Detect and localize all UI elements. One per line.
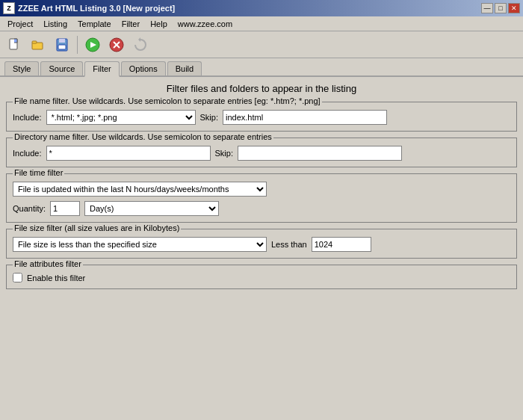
filename-include-label: Include: bbox=[13, 113, 42, 122]
attributes-enable-row: Enable this filter bbox=[13, 273, 510, 282]
app-icon: Z bbox=[3, 2, 15, 14]
toolbar bbox=[0, 31, 523, 58]
quantity-label: Quantity: bbox=[13, 204, 46, 213]
svg-rect-5 bbox=[58, 45, 66, 49]
window-title: ZZEE Art HTML Listing 3.0 [New project] bbox=[18, 4, 175, 13]
tab-filter[interactable]: Filter bbox=[84, 61, 119, 77]
svg-rect-4 bbox=[59, 39, 65, 43]
time-quantity-row: Quantity: Day(s) Hour(s) Week(s) Month(s… bbox=[13, 201, 510, 216]
tabs-container: Style Source Filter Options Build bbox=[0, 58, 523, 77]
size-filter-group: File size filter (all size values are in… bbox=[6, 229, 517, 259]
directory-filter-title: Directory name filter. Use wildcards. Us… bbox=[13, 132, 273, 141]
attributes-filter-group: File attributes filter Enable this filte… bbox=[6, 265, 517, 289]
time-filter-group: File time filter File is updated within … bbox=[6, 173, 517, 223]
filename-filter-title: File name filter. Use wildcards. Use sem… bbox=[13, 96, 322, 105]
directory-include-label: Include: bbox=[13, 149, 42, 158]
quantity-input[interactable] bbox=[50, 201, 80, 216]
menu-website[interactable]: www.zzee.com bbox=[173, 18, 237, 30]
minimize-button[interactable]: — bbox=[481, 3, 493, 13]
size-filter-title: File size filter (all size values are in… bbox=[13, 223, 181, 232]
main-content: Filter files and folders to appear in th… bbox=[0, 77, 523, 418]
directory-include-row: Include: Skip: bbox=[13, 146, 510, 161]
menu-filter[interactable]: Filter bbox=[117, 18, 144, 30]
stop-button[interactable] bbox=[105, 34, 128, 55]
tab-style[interactable]: Style bbox=[4, 61, 39, 75]
enable-filter-checkbox[interactable] bbox=[13, 273, 22, 282]
open-button[interactable] bbox=[27, 34, 49, 55]
attributes-filter-title: File attributes filter bbox=[13, 259, 83, 268]
toolbar-separator-1 bbox=[77, 36, 78, 54]
filename-include-row: Include: *.html; *.jpg; *.png *.htm; *.j… bbox=[13, 110, 510, 125]
filename-skip-input[interactable] bbox=[223, 110, 387, 125]
save-button[interactable] bbox=[51, 34, 73, 55]
time-filter-title: File time filter bbox=[13, 168, 64, 177]
svg-marker-11 bbox=[138, 37, 140, 42]
tab-source[interactable]: Source bbox=[40, 61, 83, 75]
menu-bar: Project Listing Template Filter Help www… bbox=[0, 16, 523, 31]
run-button[interactable] bbox=[81, 34, 104, 55]
close-button[interactable]: ✕ bbox=[508, 3, 520, 13]
directory-include-input[interactable] bbox=[46, 146, 211, 161]
time-filter-select[interactable]: File is updated within the last N hours/… bbox=[13, 182, 267, 197]
directory-skip-input[interactable] bbox=[238, 146, 402, 161]
directory-skip-label: Skip: bbox=[215, 149, 233, 158]
menu-template[interactable]: Template bbox=[73, 18, 116, 30]
size-filter-select[interactable]: File size is less than the specified siz… bbox=[13, 237, 267, 252]
tab-options[interactable]: Options bbox=[121, 61, 166, 75]
lessthan-label: Less than bbox=[271, 240, 307, 249]
refresh-button[interactable] bbox=[129, 34, 152, 55]
enable-filter-label: Enable this filter bbox=[27, 274, 85, 282]
page-title: Filter files and folders to appear in th… bbox=[6, 83, 517, 94]
new-button[interactable] bbox=[3, 34, 25, 55]
menu-help[interactable]: Help bbox=[146, 18, 172, 30]
filename-filter-group: File name filter. Use wildcards. Use sem… bbox=[6, 102, 517, 132]
lessthan-input[interactable] bbox=[312, 237, 371, 252]
day-unit-select[interactable]: Day(s) Hour(s) Week(s) Month(s) bbox=[84, 201, 219, 216]
filename-skip-label: Skip: bbox=[200, 113, 218, 122]
menu-project[interactable]: Project bbox=[3, 18, 37, 30]
maximize-button[interactable]: □ bbox=[495, 3, 507, 13]
time-select-row: File is updated within the last N hours/… bbox=[13, 182, 510, 197]
filename-include-select[interactable]: *.html; *.jpg; *.png *.htm; *.jpg; *.png… bbox=[46, 110, 196, 125]
svg-rect-2 bbox=[32, 41, 37, 43]
tab-build[interactable]: Build bbox=[167, 61, 202, 75]
size-select-row: File size is less than the specified siz… bbox=[13, 237, 510, 252]
directory-filter-group: Directory name filter. Use wildcards. Us… bbox=[6, 138, 517, 167]
title-bar: Z ZZEE Art HTML Listing 3.0 [New project… bbox=[0, 0, 523, 16]
window-controls: — □ ✕ bbox=[481, 3, 520, 13]
menu-listing[interactable]: Listing bbox=[39, 18, 72, 30]
